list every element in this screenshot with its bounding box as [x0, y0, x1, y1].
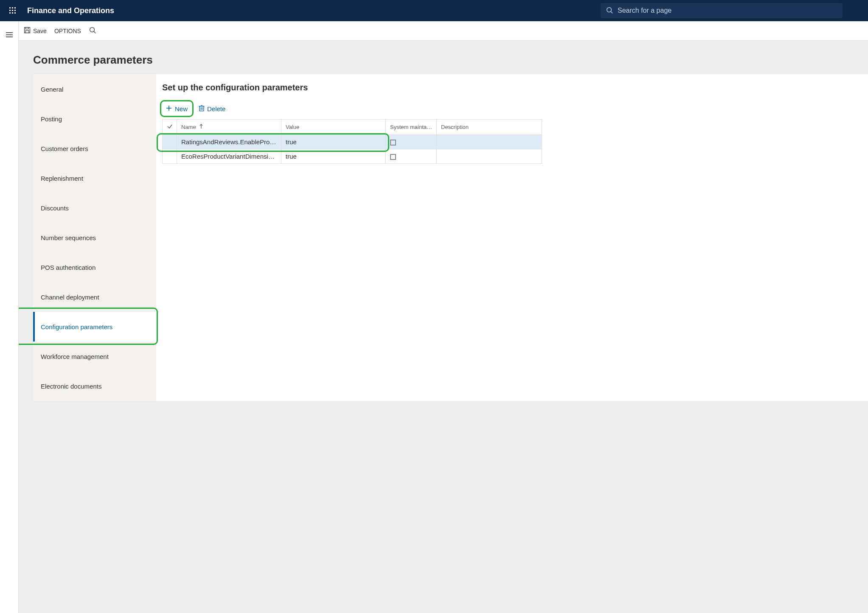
hamburger-icon[interactable]: [0, 25, 19, 44]
save-label: Save: [33, 28, 47, 34]
save-button[interactable]: Save: [24, 27, 47, 35]
svg-rect-6: [9, 12, 11, 14]
parameters-sidebar: GeneralPostingCustomer ordersReplenishme…: [33, 74, 156, 401]
grid-header-select[interactable]: [163, 120, 177, 135]
new-button[interactable]: New: [162, 103, 191, 115]
svg-rect-16: [25, 31, 29, 33]
cell-description[interactable]: [437, 149, 542, 164]
row-select-cell[interactable]: [163, 149, 177, 164]
sidebar-item-workforce-management[interactable]: Workforce management: [33, 341, 156, 371]
plus-icon: [166, 105, 172, 113]
sidebar-item-electronic-documents[interactable]: Electronic documents: [33, 371, 156, 401]
checkbox-icon[interactable]: [390, 154, 396, 160]
svg-rect-0: [9, 7, 11, 8]
sidebar-item-customer-orders[interactable]: Customer orders: [33, 134, 156, 163]
svg-point-17: [90, 28, 95, 32]
cell-name[interactable]: RatingsAndReviews.EnableProd...: [177, 135, 281, 149]
options-button[interactable]: OPTIONS: [54, 28, 81, 34]
nav-rail: [0, 21, 19, 613]
delete-label: Delete: [207, 105, 225, 112]
col-desc-label: Description: [441, 124, 469, 130]
col-value-label: Value: [286, 124, 299, 130]
config-panel: Set up the configuration parameters New: [156, 74, 868, 401]
global-search-box[interactable]: [601, 3, 843, 18]
checkbox-icon[interactable]: [390, 140, 396, 146]
new-label: New: [175, 105, 188, 112]
sidebar-item-posting[interactable]: Posting: [33, 104, 156, 134]
delete-button[interactable]: Delete: [195, 103, 229, 115]
svg-rect-3: [9, 10, 11, 11]
svg-rect-4: [12, 10, 13, 11]
grid-header-description[interactable]: Description: [437, 120, 542, 135]
save-icon: [24, 27, 31, 35]
svg-rect-2: [14, 7, 16, 8]
page-title: Commerce parameters: [19, 41, 868, 74]
global-header: Finance and Operations: [0, 0, 868, 21]
table-row[interactable]: RatingsAndReviews.EnableProd...true: [163, 135, 542, 149]
row-select-cell[interactable]: [163, 135, 177, 149]
cell-description[interactable]: [437, 135, 542, 149]
action-bar: Save OPTIONS: [19, 21, 868, 41]
grid-header-value[interactable]: Value: [281, 120, 386, 135]
svg-rect-1: [12, 7, 13, 8]
app-launcher-icon[interactable]: [4, 2, 21, 19]
svg-rect-7: [12, 12, 13, 14]
grid-header-row: Name Value System maintai... Description: [163, 120, 542, 135]
grid-header-system[interactable]: System maintai...: [386, 120, 437, 135]
svg-line-10: [611, 11, 612, 13]
trash-icon: [199, 105, 205, 113]
sidebar-item-replenishment[interactable]: Replenishment: [33, 163, 156, 193]
svg-rect-15: [25, 28, 28, 29]
grid-toolbar: New Delete: [162, 103, 862, 115]
content-area: Commerce parameters GeneralPostingCustom…: [19, 41, 868, 613]
cell-value[interactable]: true: [281, 149, 386, 164]
panel-title: Set up the configuration parameters: [162, 83, 862, 92]
cell-system[interactable]: [386, 135, 437, 149]
sidebar-item-pos-authentication[interactable]: POS authentication: [33, 252, 156, 282]
search-icon: [606, 6, 613, 15]
sidebar-item-channel-deployment[interactable]: Channel deployment: [33, 282, 156, 312]
svg-point-9: [607, 7, 612, 12]
cell-value[interactable]: true: [281, 135, 386, 149]
cell-name[interactable]: EcoResProductVariantDimensio...: [177, 149, 281, 164]
global-search-input[interactable]: [618, 7, 837, 14]
svg-rect-8: [14, 12, 16, 14]
page-search-icon[interactable]: [89, 26, 96, 35]
sidebar-item-number-sequences[interactable]: Number sequences: [33, 223, 156, 252]
options-label: OPTIONS: [54, 28, 81, 34]
sidebar-item-discounts[interactable]: Discounts: [33, 193, 156, 223]
sidebar-item-general[interactable]: General: [33, 74, 156, 104]
app-title: Finance and Operations: [27, 6, 114, 15]
svg-line-18: [94, 31, 96, 33]
global-search: [601, 3, 843, 18]
svg-rect-5: [14, 10, 16, 11]
config-grid: Name Value System maintai... Description: [162, 119, 542, 164]
cell-system[interactable]: [386, 149, 437, 164]
sidebar-item-configuration-parameters[interactable]: Configuration parameters: [33, 312, 156, 341]
grid-header-name[interactable]: Name: [177, 120, 281, 135]
col-name-label: Name: [181, 124, 196, 130]
table-row[interactable]: EcoResProductVariantDimensio...true: [163, 149, 542, 164]
sort-asc-icon: [199, 124, 203, 130]
col-system-label: System maintai...: [390, 124, 433, 130]
